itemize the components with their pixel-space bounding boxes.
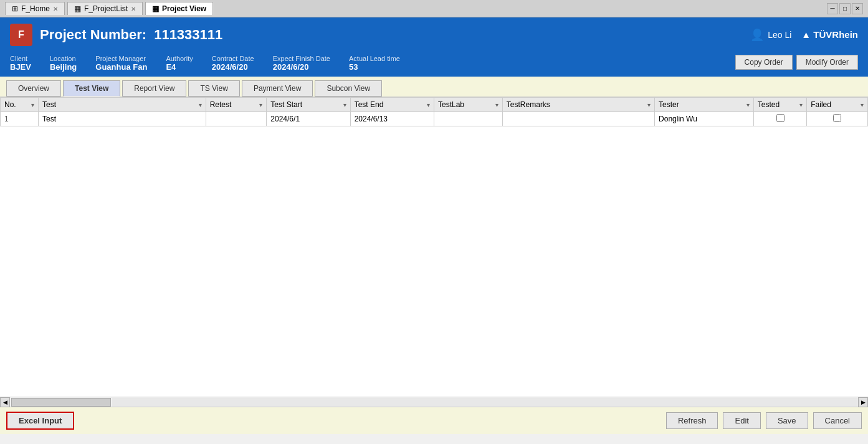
client-value: BJEV (10, 62, 31, 72)
table-row[interactable]: 1 Test 2024/6/1 2024/6/13 (1, 112, 868, 126)
expect-finish-date-value: 2024/6/20 (273, 62, 330, 72)
location-field: Location Beijing (50, 55, 77, 72)
projectlist-tab-icon: ▦ (74, 4, 81, 13)
tab-reportview[interactable]: Report View (122, 80, 186, 97)
col-teststart-filter[interactable]: ▾ (343, 102, 346, 108)
test-value: Test (42, 115, 56, 123)
expect-finish-date-label: Expect Finish Date (273, 55, 330, 62)
scroll-thumb[interactable] (11, 398, 111, 407)
col-header-testlab[interactable]: TestLab ▾ (434, 98, 502, 112)
tab-bar: ⊞ F_Home ✕ ▦ F_ProjectList ✕ ▦ Project V… (5, 2, 213, 15)
home-tab-close[interactable]: ✕ (53, 6, 58, 12)
modify-order-button[interactable]: Modify Order (796, 55, 858, 70)
project-manager-field: Project Manager Guanhua Fan (95, 55, 147, 72)
scroll-left-button[interactable]: ◀ (0, 397, 10, 407)
col-testremarks-filter[interactable]: ▾ (647, 102, 651, 108)
tab-subconview-label: Subcon View (327, 84, 370, 93)
cell-testend: 2024/6/13 (350, 112, 434, 126)
col-testlab-label: TestLab (438, 100, 464, 109)
col-tester-filter[interactable]: ▾ (746, 102, 750, 108)
copy-order-button[interactable]: Copy Order (735, 55, 793, 70)
col-header-tester[interactable]: Tester ▾ (655, 98, 754, 112)
authority-label: Authority (166, 55, 193, 62)
edit-button[interactable]: Edit (723, 412, 760, 429)
tuv-logo: ▲ TÜVRhein (801, 29, 858, 40)
header-blue: F Project Number: 111333111 👤 Leo Li ▲ T… (0, 17, 868, 52)
col-header-tested[interactable]: Tested ▾ (753, 98, 806, 112)
col-header-failed[interactable]: Failed ▾ (807, 98, 868, 112)
projectview-tab-icon: ▦ (152, 4, 159, 13)
header-right: 👤 Leo Li ▲ TÜVRhein (750, 28, 858, 42)
refresh-button[interactable]: Refresh (666, 412, 718, 429)
col-test-filter[interactable]: ▾ (199, 102, 202, 108)
col-header-no[interactable]: No. ▾ (1, 98, 39, 112)
actual-lead-time-label: Actual Lead time (349, 55, 400, 62)
contract-date-value: 2024/6/20 (212, 62, 254, 72)
col-testend-filter[interactable]: ▾ (427, 102, 430, 108)
excel-input-button[interactable]: Excel Input (6, 412, 74, 430)
user-info: 👤 Leo Li (750, 28, 791, 42)
save-button[interactable]: Save (766, 412, 808, 429)
tester-value: Donglin Wu (659, 115, 697, 123)
close-button[interactable]: ✕ (852, 3, 863, 14)
actual-lead-time-value: 53 (349, 62, 400, 72)
contract-date-field: Contract Date 2024/6/20 (212, 55, 254, 72)
col-no-filter[interactable]: ▾ (31, 102, 34, 108)
tab-overview[interactable]: Overview (6, 80, 61, 97)
cell-retest (206, 112, 267, 126)
expect-finish-date-field: Expect Finish Date 2024/6/20 (273, 55, 330, 72)
window-controls: ─ □ ✕ (827, 3, 863, 14)
col-tested-label: Tested (758, 100, 780, 109)
cell-no: 1 (1, 112, 39, 126)
failed-checkbox[interactable] (833, 114, 841, 122)
cell-failed[interactable] (807, 112, 868, 126)
col-testlab-filter[interactable]: ▾ (495, 102, 498, 108)
scroll-track (112, 398, 858, 407)
project-icon-text: F (18, 29, 24, 40)
bottom-toolbar: Excel Input Refresh Edit Save Cancel (0, 407, 868, 434)
project-title-area: F Project Number: 111333111 (10, 24, 222, 46)
contract-date-label: Contract Date (212, 55, 254, 62)
client-label: Client (10, 55, 31, 62)
col-failed-filter[interactable]: ▾ (861, 102, 864, 108)
minimize-button[interactable]: ─ (827, 3, 838, 14)
cancel-button[interactable]: Cancel (813, 412, 862, 429)
tested-checkbox[interactable] (776, 114, 785, 122)
col-test-label: Test (42, 100, 56, 109)
project-number-label: Project Number: (40, 27, 146, 43)
maximize-button[interactable]: □ (839, 3, 851, 14)
nav-tabs: Overview Test View Report View TS View P… (0, 77, 868, 97)
client-field: Client BJEV (10, 55, 31, 72)
tab-subconview[interactable]: Subcon View (315, 80, 382, 97)
title-bar: ⊞ F_Home ✕ ▦ F_ProjectList ✕ ▦ Project V… (0, 0, 868, 17)
scroll-right-button[interactable]: ▶ (858, 397, 868, 407)
col-tested-filter[interactable]: ▾ (799, 102, 803, 108)
cell-testlab (434, 112, 502, 126)
tuv-logo-text: ▲ TÜVRhein (801, 29, 858, 40)
project-manager-label: Project Manager (95, 55, 147, 62)
col-no-label: No. (4, 100, 16, 109)
tab-projectlist[interactable]: ▦ F_ProjectList ✕ (67, 2, 143, 15)
user-name: Leo Li (768, 30, 791, 40)
col-header-testremarks[interactable]: TestRemarks ▾ (502, 98, 654, 112)
col-failed-label: Failed (811, 100, 831, 109)
col-header-testend[interactable]: Test End ▾ (350, 98, 434, 112)
main-content: No. ▾ Test ▾ Retest ▾ (0, 97, 868, 397)
cell-tested[interactable] (753, 112, 806, 126)
horizontal-scrollbar: ◀ ▶ (0, 397, 868, 407)
col-header-retest[interactable]: Retest ▾ (206, 98, 267, 112)
tab-home[interactable]: ⊞ F_Home ✕ (5, 2, 65, 15)
tab-projectview[interactable]: ▦ Project View (145, 2, 213, 15)
projectlist-tab-close[interactable]: ✕ (131, 6, 136, 12)
tab-paymentview[interactable]: Payment View (242, 80, 313, 97)
col-testremarks-label: TestRemarks (507, 100, 550, 109)
col-header-test[interactable]: Test ▾ (39, 98, 206, 112)
col-retest-filter[interactable]: ▾ (259, 102, 262, 108)
user-icon: 👤 (750, 28, 764, 42)
location-value: Beijing (50, 62, 77, 72)
home-tab-label: F_Home (21, 4, 50, 13)
tab-testview[interactable]: Test View (63, 80, 120, 97)
tab-tsview[interactable]: TS View (188, 80, 239, 97)
col-header-teststart[interactable]: Test Start ▾ (267, 98, 350, 112)
home-tab-icon: ⊞ (12, 4, 18, 13)
